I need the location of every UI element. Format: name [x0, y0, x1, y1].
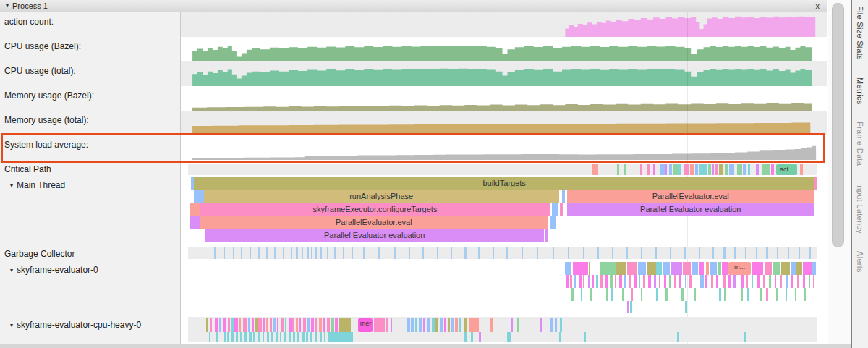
- trace-tick[interactable]: [276, 332, 278, 342]
- trace-tick[interactable]: [231, 332, 234, 342]
- trace-tick[interactable]: [655, 247, 657, 259]
- tab-file-size-stats[interactable]: File Size Stats: [856, 6, 864, 60]
- trace-tick[interactable]: [664, 275, 666, 288]
- tab-metrics[interactable]: Metrics: [856, 77, 864, 105]
- trace-tick[interactable]: [258, 247, 260, 259]
- trace-tick[interactable]: [813, 275, 814, 288]
- trace-tick[interactable]: [319, 318, 322, 332]
- trace-tick[interactable]: [583, 275, 585, 288]
- trace-tick[interactable]: [271, 332, 273, 342]
- system-load-chart[interactable]: [188, 135, 817, 160]
- trace-tick[interactable]: [589, 262, 591, 275]
- trace-tick[interactable]: [324, 332, 326, 342]
- trace-tick[interactable]: [234, 318, 237, 332]
- trace-tick[interactable]: [814, 177, 817, 190]
- trace-tick[interactable]: [737, 164, 742, 175]
- trace-tick[interactable]: [656, 288, 658, 301]
- trace-tick[interactable]: [427, 318, 429, 332]
- trace-tick[interactable]: [190, 216, 200, 229]
- trace-tick[interactable]: [335, 318, 337, 332]
- trace-tick[interactable]: [233, 247, 234, 259]
- trace-tick[interactable]: [459, 318, 461, 332]
- trace-tick[interactable]: [315, 318, 318, 332]
- trace-tick[interactable]: [249, 332, 251, 342]
- trace-tick[interactable]: [719, 164, 723, 175]
- trace-tick[interactable]: [629, 275, 631, 288]
- trace-tick[interactable]: [219, 318, 221, 332]
- trace-tick[interactable]: [760, 288, 762, 301]
- chevron-down-icon[interactable]: ▾: [10, 322, 13, 328]
- trace-tick[interactable]: [490, 318, 492, 332]
- trace-tick[interactable]: [440, 318, 443, 332]
- trace-tick[interactable]: [511, 318, 513, 332]
- trace-tick[interactable]: [584, 332, 586, 342]
- trace-tick[interactable]: [719, 288, 721, 301]
- trace-tick[interactable]: [571, 288, 574, 301]
- skyframe-evaluator-0-track[interactable]: m...: [181, 260, 827, 315]
- trace-tick[interactable]: [228, 318, 230, 332]
- trace-tick[interactable]: [451, 247, 452, 259]
- trace-tick[interactable]: [669, 275, 671, 288]
- trace-tick[interactable]: [289, 332, 291, 342]
- trace-tick[interactable]: [506, 247, 508, 259]
- trace-tick[interactable]: [663, 262, 670, 275]
- trace-tick[interactable]: [706, 262, 709, 275]
- trace-span[interactable]: ParallelEvaluator.eval: [200, 216, 548, 229]
- trace-tick[interactable]: [378, 247, 379, 259]
- trace-tick[interactable]: [248, 318, 250, 332]
- trace-tick[interactable]: [752, 275, 754, 288]
- trace-tick[interactable]: [320, 247, 321, 259]
- trace-tick[interactable]: [630, 301, 632, 313]
- trace-tick[interactable]: [386, 318, 388, 332]
- trace-tick[interactable]: [626, 247, 628, 259]
- trace-tick[interactable]: [660, 164, 665, 175]
- trace-tick[interactable]: [285, 318, 287, 332]
- trace-span[interactable]: skyframeExecutor.configureTargets: [200, 203, 551, 216]
- trace-tick[interactable]: [773, 262, 780, 275]
- trace-tick[interactable]: [748, 164, 750, 175]
- trace-tick[interactable]: [258, 318, 261, 332]
- trace-tick[interactable]: [451, 318, 454, 332]
- trace-tick[interactable]: [327, 318, 329, 332]
- trace-tick[interactable]: [654, 275, 656, 288]
- trace-tick[interactable]: [422, 247, 424, 259]
- trace-tick[interactable]: [684, 247, 686, 259]
- trace-tick[interactable]: [803, 262, 812, 275]
- trace-tick[interactable]: [537, 247, 538, 259]
- trace-tick[interactable]: [638, 262, 645, 275]
- trace-tick[interactable]: [435, 318, 438, 332]
- trace-tick[interactable]: [216, 332, 218, 342]
- trace-tick[interactable]: [780, 275, 783, 288]
- trace-tick[interactable]: [394, 247, 396, 259]
- trace-tick[interactable]: [700, 275, 703, 288]
- counter-track[interactable]: [181, 12, 827, 37]
- trace-tick[interactable]: [695, 164, 697, 175]
- trace-tick[interactable]: [231, 318, 234, 332]
- trace-tick[interactable]: [781, 262, 789, 275]
- trace-tick[interactable]: [284, 332, 286, 342]
- trace-tick[interactable]: [597, 247, 599, 259]
- trace-tick[interactable]: [560, 318, 562, 332]
- trace-tick[interactable]: [568, 247, 569, 259]
- trace-tick[interactable]: [639, 275, 640, 288]
- trace-tick[interactable]: [710, 262, 717, 275]
- trace-tick[interactable]: [255, 318, 258, 332]
- trace-tick[interactable]: [297, 332, 299, 342]
- trace-tick[interactable]: [606, 288, 608, 301]
- trace-tick[interactable]: [786, 275, 788, 288]
- trace-tick[interactable]: [799, 247, 800, 259]
- trace-tick[interactable]: [432, 318, 434, 332]
- trace-tick[interactable]: [555, 318, 557, 332]
- trace-tick[interactable]: [699, 262, 705, 275]
- trace-tick[interactable]: [803, 275, 805, 288]
- trace-tick[interactable]: [744, 332, 746, 342]
- trace-tick[interactable]: [209, 332, 211, 342]
- trace-tick[interactable]: [694, 288, 696, 301]
- trace-tick[interactable]: [215, 318, 217, 332]
- trace-tick[interactable]: [685, 275, 687, 288]
- trace-tick[interactable]: [252, 318, 254, 332]
- trace-tick[interactable]: [263, 332, 265, 342]
- chevron-down-icon[interactable]: ▾: [10, 267, 13, 273]
- trace-tick[interactable]: [775, 275, 777, 288]
- trace-tick[interactable]: [227, 332, 229, 342]
